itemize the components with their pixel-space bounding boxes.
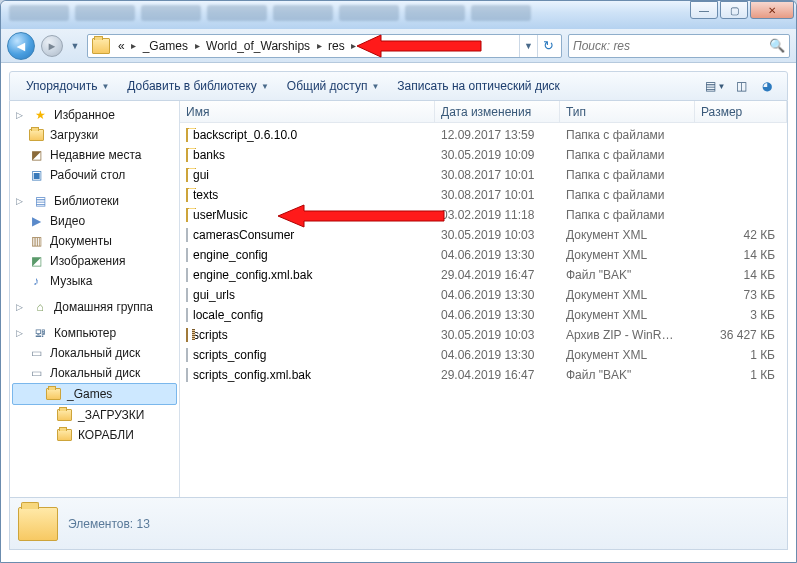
- file-row[interactable]: backscript_0.6.10.012.09.2017 13:59Папка…: [180, 125, 787, 145]
- column-date[interactable]: Дата изменения: [435, 101, 560, 122]
- sidebar-drive-c[interactable]: ▭ Локальный диск: [10, 343, 179, 363]
- minimize-button[interactable]: —: [690, 1, 718, 19]
- sidebar-pictures[interactable]: ◩ Изображения: [10, 251, 179, 271]
- sidebar-label: Домашняя группа: [54, 300, 153, 314]
- column-size[interactable]: Размер: [695, 101, 787, 122]
- sidebar-label: Загрузки: [50, 128, 98, 142]
- add-to-library-button[interactable]: Добавить в библиотеку ▼: [119, 75, 276, 97]
- sidebar-label: КОРАБЛИ: [78, 428, 134, 442]
- column-name[interactable]: Имя: [180, 101, 435, 122]
- sidebar-music[interactable]: ♪ Музыка: [10, 271, 179, 291]
- file-name: banks: [193, 148, 225, 162]
- xml-file-icon: [186, 348, 188, 362]
- file-date: 30.05.2019 10:09: [435, 148, 560, 162]
- sidebar-desktop[interactable]: ▣ Рабочий стол: [10, 165, 179, 185]
- sidebar-label: Компьютер: [54, 326, 116, 340]
- file-name: locale_config: [193, 308, 263, 322]
- file-row[interactable]: gui_urls04.06.2019 13:30Документ XML73 К…: [180, 285, 787, 305]
- chevron-down-icon: ▼: [261, 82, 269, 91]
- address-bar[interactable]: « ▸ _Games ▸ World_of_Warships ▸ res ▸ ▼…: [87, 34, 562, 58]
- burn-button[interactable]: Записать на оптический диск: [389, 75, 568, 97]
- share-label: Общий доступ: [287, 79, 368, 93]
- pictures-icon: ◩: [28, 253, 44, 269]
- file-type: Документ XML: [560, 248, 695, 262]
- folder-icon: [56, 407, 72, 423]
- music-icon: ♪: [28, 273, 44, 289]
- folder-icon: [186, 168, 188, 182]
- chevron-down-icon: ▼: [101, 82, 109, 91]
- status-bar: Элементов: 13: [9, 498, 788, 550]
- sidebar-downloads[interactable]: Загрузки: [10, 125, 179, 145]
- file-row[interactable]: texts30.08.2017 10:01Папка с файлами: [180, 185, 787, 205]
- chevron-right-icon[interactable]: ▸: [192, 40, 202, 51]
- file-type: Документ XML: [560, 308, 695, 322]
- help-button[interactable]: ◕: [755, 74, 779, 98]
- sidebar-videos[interactable]: ▶ Видео: [10, 211, 179, 231]
- file-size: 73 КБ: [695, 288, 787, 302]
- address-dropdown[interactable]: ▼: [519, 35, 537, 57]
- file-row[interactable]: scripts30.05.2019 10:03Архив ZIP - WinR……: [180, 325, 787, 345]
- file-name: scripts: [193, 328, 228, 342]
- file-date: 30.05.2019 10:03: [435, 328, 560, 342]
- file-row[interactable]: banks30.05.2019 10:09Папка с файлами: [180, 145, 787, 165]
- preview-pane-button[interactable]: ◫: [729, 74, 753, 98]
- view-dropdown[interactable]: ▤▼: [703, 74, 727, 98]
- file-size: 14 КБ: [695, 268, 787, 282]
- file-date: 04.06.2019 13:30: [435, 348, 560, 362]
- main-pane: ▷ ★ Избранное Загрузки ◩ Недавние места …: [9, 101, 788, 498]
- xml-file-icon: [186, 248, 188, 262]
- close-button[interactable]: ✕: [750, 1, 794, 19]
- sidebar-games-folder[interactable]: _Games: [12, 383, 177, 405]
- sidebar-drive-d[interactable]: ▭ Локальный диск: [10, 363, 179, 383]
- file-type: Файл "BAK": [560, 268, 695, 282]
- video-icon: ▶: [28, 213, 44, 229]
- file-row[interactable]: scripts_config04.06.2019 13:30Документ X…: [180, 345, 787, 365]
- file-name: userMusic: [193, 208, 248, 222]
- sidebar-recent[interactable]: ◩ Недавние места: [10, 145, 179, 165]
- xml-file-icon: [186, 308, 188, 322]
- breadcrumb-wows[interactable]: World_of_Warships: [202, 39, 314, 53]
- archive-icon: [186, 328, 188, 342]
- breadcrumb-res[interactable]: res: [324, 39, 349, 53]
- file-icon: [186, 368, 188, 382]
- search-input[interactable]: [573, 39, 769, 53]
- sidebar-documents[interactable]: ▥ Документы: [10, 231, 179, 251]
- chevron-right-icon[interactable]: ▸: [129, 40, 139, 51]
- breadcrumb-games[interactable]: _Games: [139, 39, 192, 53]
- share-button[interactable]: Общий доступ ▼: [279, 75, 388, 97]
- file-row[interactable]: engine_config.xml.bak29.04.2019 16:47Фай…: [180, 265, 787, 285]
- sidebar-libraries[interactable]: ▷ ▤ Библиотеки: [10, 191, 179, 211]
- expand-icon: ▷: [16, 196, 26, 206]
- file-row[interactable]: locale_config04.06.2019 13:30Документ XM…: [180, 305, 787, 325]
- file-row[interactable]: scripts_config.xml.bak29.04.2019 16:47Фа…: [180, 365, 787, 385]
- file-type: Архив ZIP - WinR…: [560, 328, 695, 342]
- sidebar-korabli-folder[interactable]: КОРАБЛИ: [10, 425, 179, 445]
- sidebar-favorites[interactable]: ▷ ★ Избранное: [10, 105, 179, 125]
- sidebar-computer[interactable]: ▷ 🖳 Компьютер: [10, 323, 179, 343]
- explorer-window: — ▢ ✕ ◄ ► ▼ « ▸ _Games ▸ World_of_Warshi…: [0, 0, 797, 563]
- xml-file-icon: [186, 288, 188, 302]
- organize-button[interactable]: Упорядочить ▼: [18, 75, 117, 97]
- folder-icon: [45, 386, 61, 402]
- file-row[interactable]: camerasConsumer30.05.2019 10:03Документ …: [180, 225, 787, 245]
- search-box[interactable]: 🔍: [568, 34, 790, 58]
- back-button[interactable]: ◄: [7, 32, 35, 60]
- file-date: 03.02.2019 11:18: [435, 208, 560, 222]
- column-type[interactable]: Тип: [560, 101, 695, 122]
- file-size: 1 КБ: [695, 368, 787, 382]
- breadcrumb-overflow[interactable]: «: [114, 39, 129, 53]
- sidebar-homegroup[interactable]: ▷ ⌂ Домашняя группа: [10, 297, 179, 317]
- file-row[interactable]: userMusic03.02.2019 11:18Папка с файлами: [180, 205, 787, 225]
- chevron-right-icon[interactable]: ▸: [314, 40, 324, 51]
- history-dropdown[interactable]: ▼: [69, 35, 81, 57]
- nav-tree[interactable]: ▷ ★ Избранное Загрузки ◩ Недавние места …: [10, 101, 180, 497]
- file-row[interactable]: gui30.08.2017 10:01Папка с файлами: [180, 165, 787, 185]
- chevron-right-icon[interactable]: ▸: [349, 40, 359, 51]
- file-type: Документ XML: [560, 288, 695, 302]
- sidebar-zagruzki-folder[interactable]: _ЗАГРУЗКИ: [10, 405, 179, 425]
- file-row[interactable]: engine_config04.06.2019 13:30Документ XM…: [180, 245, 787, 265]
- maximize-button[interactable]: ▢: [720, 1, 748, 19]
- refresh-button[interactable]: ↻: [537, 35, 559, 57]
- sidebar-label: Изображения: [50, 254, 125, 268]
- forward-button[interactable]: ►: [41, 35, 63, 57]
